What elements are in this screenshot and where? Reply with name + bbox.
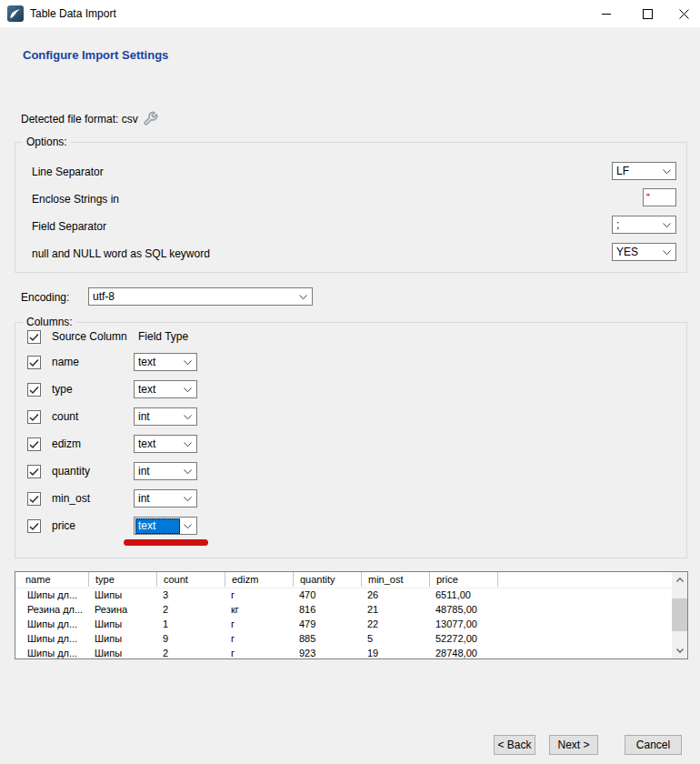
field-type-select-edizm[interactable]: text — [134, 435, 197, 453]
cell: Шипы — [88, 646, 156, 660]
data-preview-table: name type count edizm quantity min_ost p… — [15, 571, 688, 659]
scroll-up-button[interactable] — [672, 572, 687, 588]
cell: 48785,00 — [429, 602, 497, 617]
null-keyword-select[interactable]: YES — [612, 243, 676, 261]
cell: 22 — [361, 617, 429, 631]
null-keyword-label: null and NULL word as SQL keyword — [32, 247, 210, 260]
column-checkbox-quantity[interactable] — [27, 465, 41, 478]
chevron-down-icon — [184, 415, 192, 420]
cell: Шипы — [88, 588, 156, 602]
field-type-select-type[interactable]: text — [134, 380, 197, 398]
preview-col-header[interactable]: price — [429, 572, 497, 587]
cell: Шипы — [88, 631, 156, 646]
window-title: Table Data Import — [30, 7, 116, 20]
column-checkbox-price[interactable] — [27, 519, 41, 533]
field-separator-select[interactable]: ; — [612, 216, 676, 234]
page-title: Configure Import Settings — [23, 48, 168, 62]
check-icon — [28, 332, 40, 343]
cell: 479 — [293, 617, 361, 631]
chevron-down-icon — [184, 524, 192, 529]
maximize-button[interactable] — [627, 0, 668, 27]
back-button[interactable]: < Back — [494, 735, 535, 755]
chevron-down-icon — [184, 497, 192, 502]
wrench-icon — [143, 111, 158, 126]
vertical-scrollbar[interactable] — [672, 572, 687, 658]
cell: 2 — [156, 602, 225, 617]
enclose-strings-input[interactable] — [643, 188, 676, 206]
check-icon — [28, 521, 40, 532]
columns-group: Columns: — [15, 322, 687, 558]
chevron-down-icon — [184, 469, 192, 475]
field-separator-label: Field Separator — [32, 220, 106, 233]
source-column-header: Source Column — [52, 330, 127, 343]
next-button[interactable]: Next > — [549, 735, 598, 755]
cell: Шипы дл... — [15, 631, 88, 646]
table-row: Шипы дл... Шипы 9 г 885 5 52272,00 — [15, 631, 672, 646]
preview-col-header[interactable]: quantity — [293, 572, 361, 587]
cell: Резина — [88, 602, 156, 617]
preview-col-header[interactable]: edizm — [225, 572, 293, 587]
column-checkbox-count[interactable] — [27, 410, 41, 424]
options-group-label: Options: — [23, 136, 71, 148]
preview-col-header[interactable]: min_ost — [361, 572, 429, 587]
cell: Шипы дл... — [15, 617, 88, 631]
cancel-button[interactable]: Cancel — [625, 735, 682, 755]
minimize-button[interactable] — [585, 0, 626, 27]
column-checkbox-min-ost[interactable] — [27, 492, 41, 506]
table-row: Шипы дл... Шипы 3 г 470 26 6511,00 — [15, 588, 672, 602]
encoding-select[interactable]: utf-8 — [88, 287, 313, 306]
cell: 28748,00 — [429, 646, 497, 660]
field-type-select-name[interactable]: text — [134, 353, 197, 371]
column-label-edizm: edizm — [52, 437, 81, 450]
column-label-quantity: quantity — [52, 465, 90, 478]
scrollbar-thumb[interactable] — [672, 598, 687, 631]
select-all-columns-checkbox[interactable] — [27, 330, 41, 344]
preview-col-header[interactable]: name — [15, 572, 88, 587]
column-checkbox-name[interactable] — [27, 356, 41, 369]
minimize-icon — [602, 14, 611, 15]
column-checkbox-type[interactable] — [27, 383, 41, 397]
table-row: Шипы дл... Шипы 1 г 479 22 13077,00 — [15, 617, 672, 631]
cell: г — [225, 646, 293, 660]
cell: Резина дл... — [15, 602, 88, 617]
field-type-select-quantity[interactable]: int — [134, 462, 197, 480]
mysql-workbench-icon — [7, 5, 24, 22]
preview-col-header[interactable]: count — [156, 572, 225, 587]
close-button[interactable] — [668, 0, 700, 27]
cell: Шипы дл... — [15, 646, 88, 660]
cell: 885 — [293, 631, 361, 646]
chevron-down-icon — [299, 295, 307, 300]
cell: 19 — [361, 646, 429, 660]
cell: 52272,00 — [429, 631, 497, 646]
scroll-down-button[interactable] — [672, 643, 687, 658]
cell: кг — [225, 602, 293, 617]
chevron-down-icon — [184, 387, 192, 393]
column-label-name: name — [52, 356, 79, 368]
chevron-down-icon — [663, 223, 671, 228]
maximize-icon — [643, 9, 653, 19]
check-icon — [28, 385, 40, 396]
table-data-import-window: Table Data Import Configure Import Setti… — [0, 0, 700, 764]
columns-group-label: Columns: — [23, 316, 76, 328]
table-row: Резина дл... Резина 2 кг 816 21 48785,00 — [15, 602, 672, 617]
field-type-select-min-ost[interactable]: int — [134, 489, 197, 508]
column-checkbox-edizm[interactable] — [27, 437, 41, 451]
cell: 5 — [361, 631, 429, 646]
field-type-select-count[interactable]: int — [134, 407, 197, 426]
cell: 470 — [293, 588, 361, 602]
chevron-down-icon — [184, 442, 192, 447]
preview-col-header[interactable]: type — [88, 572, 156, 587]
table-row: Шипы дл... Шипы 2 г 923 19 28748,00 — [15, 646, 672, 660]
column-label-type: type — [52, 383, 73, 396]
chevron-down-icon — [663, 169, 671, 175]
column-label-min-ost: min_ost — [52, 492, 90, 505]
cell: г — [225, 631, 293, 646]
field-type-select-price[interactable]: text — [134, 517, 197, 535]
chevron-down-icon — [676, 648, 684, 653]
check-icon — [28, 412, 40, 423]
preview-col-header-filler — [497, 572, 672, 587]
cell: 9 — [156, 631, 225, 646]
column-label-price: price — [52, 519, 75, 532]
line-separator-select[interactable]: LF — [612, 162, 676, 180]
check-icon — [28, 467, 40, 478]
